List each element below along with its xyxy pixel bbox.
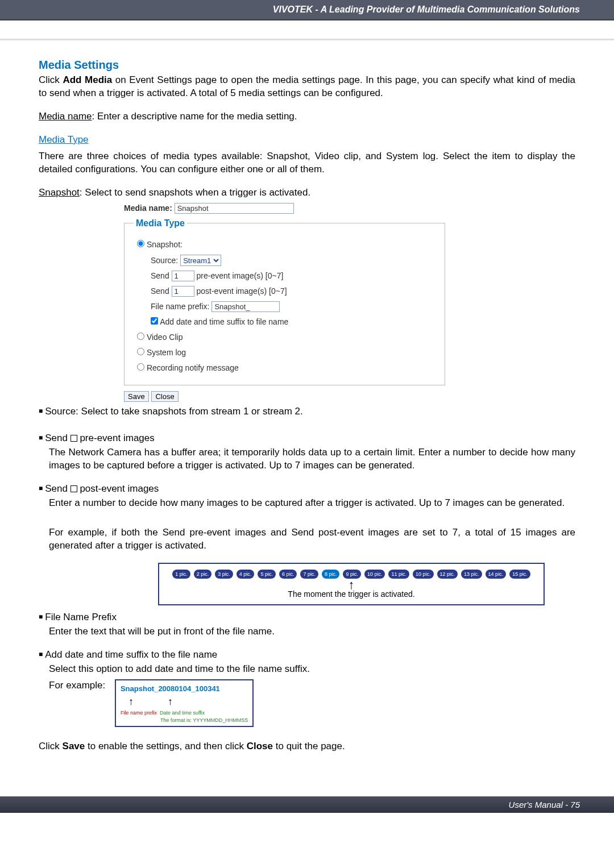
- header-title: VIVOTEK - A Leading Provider of Multimed…: [273, 5, 580, 14]
- image-sequence-diagram: 1 pic.2 pic.3 pic.4 pic.5 pic.6 pic.7 pi…: [158, 563, 545, 605]
- media-name-row: Media name:: [124, 203, 445, 214]
- pic-pill: 2 pic.: [194, 570, 212, 579]
- text: : Select to send snapshots when a trigge…: [80, 187, 310, 198]
- pre-suffix-label: pre-event image(s) [0~7]: [196, 271, 283, 280]
- format-line: The format is: YYYYMMDD_HHMMSS: [160, 717, 248, 724]
- pre-event-row: Send pre-event image(s) [0~7]: [151, 271, 435, 281]
- pic-pill: 10 pic.: [413, 570, 434, 579]
- bullet-post-title: ■Send post-event images: [39, 483, 575, 496]
- text: pre-event images: [77, 433, 155, 443]
- pic-pill: 3 pic.: [215, 570, 233, 579]
- system-log-label: System log: [147, 348, 186, 357]
- pic-pill: 11 pic.: [388, 570, 409, 579]
- system-log-radio-row: System log: [137, 347, 435, 358]
- pic-pill: 12 pic.: [437, 570, 458, 579]
- snapshot-line: Snapshot: Select to send snapshots when …: [39, 186, 575, 200]
- empty-box-icon: [70, 485, 77, 492]
- pic-pill: 7 pic.: [300, 570, 318, 579]
- button-row: Save Close: [124, 390, 575, 403]
- example-filename: Snapshot_20080104_100341: [121, 684, 248, 694]
- recording-notify-radio[interactable]: [137, 363, 144, 371]
- pre-event-input[interactable]: [172, 271, 194, 281]
- page-content: Media Settings Click Add Media on Event …: [0, 40, 614, 769]
- pic-pill: 10 pic.: [364, 570, 385, 579]
- close-button[interactable]: Close: [151, 391, 178, 402]
- pic-pill: 14 pic.: [486, 570, 507, 579]
- media-name-input[interactable]: [175, 203, 294, 214]
- text: to enable the settings, and then click: [85, 741, 246, 751]
- pic-pill: 13 pic.: [461, 570, 482, 579]
- text: on Event Settings page to open the media…: [39, 74, 575, 98]
- add-suffix-row: Add date and time suffix to file name: [151, 317, 435, 327]
- prefix-label: File name prefix:: [151, 302, 209, 311]
- add-suffix-checkbox[interactable]: [151, 317, 158, 325]
- text: Send: [45, 433, 70, 443]
- send-label: Send: [151, 286, 169, 296]
- source-select[interactable]: Stream1: [180, 255, 221, 266]
- bullet-file-prefix-desc: Enter the text that will be put in front…: [49, 625, 575, 638]
- file-prefix-input[interactable]: [211, 301, 280, 312]
- for-example-label: For example:: [49, 680, 105, 691]
- datetime-legend: Date and time suffix: [160, 710, 205, 716]
- pic-pill: 4 pic.: [237, 570, 255, 579]
- empty-box-icon: [70, 435, 77, 442]
- bullet-icon: ■: [39, 407, 43, 415]
- pic-pill: 6 pic.: [279, 570, 297, 579]
- snapshot-label: Snapshot: [39, 187, 80, 198]
- media-form: Media name: Media Type Snapshot: Source:…: [124, 203, 445, 385]
- footer-text: User's Manual - 75: [509, 800, 580, 809]
- text: to quit the page.: [273, 741, 345, 751]
- bullet-icon: ■: [39, 650, 43, 658]
- fieldset-legend: Media Type: [134, 217, 187, 230]
- footer-bar: User's Manual - 75: [0, 796, 614, 813]
- text: post-event images: [77, 483, 159, 494]
- prefix-row: File name prefix:: [151, 301, 435, 312]
- media-type-fieldset: Media Type Snapshot: Source: Stream1 Sen…: [124, 217, 445, 385]
- text: : Enter a descriptive name for the media…: [92, 111, 297, 122]
- bullet-post-desc: Enter a number to decide how many images…: [49, 497, 575, 510]
- section-title: Media Settings: [39, 57, 575, 73]
- video-clip-radio[interactable]: [137, 333, 144, 340]
- media-type-heading: Media Type: [39, 134, 575, 147]
- post-suffix-label: post-event image(s) [0~7]: [196, 286, 287, 296]
- media-name-label: Media name: [39, 111, 92, 122]
- bullet-pre-title: ■Send pre-event images: [39, 432, 575, 445]
- add-suffix-label: Add date and time suffix to file name: [160, 317, 288, 326]
- snapshot-radio-label: Snapshot:: [147, 240, 182, 249]
- filename-example-box: Snapshot_20080104_100341 ↑↑ File name pr…: [115, 679, 254, 727]
- pic-pill: 5 pic.: [258, 570, 276, 579]
- example-labels: File name prefix Date and time suffix: [121, 709, 248, 716]
- bullet-add-suffix-title: ■Add date and time suffix to the file na…: [39, 649, 575, 662]
- media-type-desc: There are three choices of media types a…: [39, 150, 575, 176]
- example-15-desc: For example, if both the Send pre-event …: [49, 526, 575, 553]
- snapshot-radio[interactable]: [137, 240, 144, 247]
- post-event-input[interactable]: [172, 286, 194, 297]
- system-log-radio[interactable]: [137, 348, 144, 355]
- prefix-legend: File name prefix: [121, 710, 157, 716]
- pic-pill: 8 pic.: [322, 570, 340, 579]
- bullet-icon: ■: [39, 484, 43, 492]
- media-name-line: Media name: Enter a descriptive name for…: [39, 110, 575, 123]
- add-media-label: Add Media: [63, 74, 112, 85]
- intro-paragraph: Click Add Media on Event Settings page t…: [39, 74, 575, 100]
- snapshot-radio-row: Snapshot:: [137, 239, 435, 250]
- save-button[interactable]: Save: [124, 391, 149, 402]
- post-event-row: Send post-event image(s) [0~7]: [151, 286, 435, 297]
- media-type-heading-text: Media Type: [39, 134, 89, 145]
- text: File Name Prefix: [45, 612, 117, 622]
- arrow-row: ↑↑: [128, 695, 248, 708]
- source-label: Source:: [151, 256, 178, 265]
- recording-notify-radio-row: Recording notify message: [137, 363, 435, 373]
- text: Click: [39, 74, 63, 85]
- pic-pill: 15 pic.: [509, 570, 530, 579]
- text: Send: [45, 483, 70, 494]
- source-row: Source: Stream1: [151, 255, 435, 266]
- send-label: Send: [151, 271, 169, 280]
- recording-notify-label: Recording notify message: [147, 363, 239, 372]
- bullet-icon: ■: [39, 613, 43, 621]
- bullet-file-prefix-title: ■File Name Prefix: [39, 611, 575, 624]
- diagram-caption: The moment the trigger is activated.: [164, 589, 539, 600]
- media-name-field-label: Media name:: [124, 203, 172, 213]
- text: Add date and time suffix to the file nam…: [45, 649, 217, 660]
- bullet-icon: ■: [39, 434, 43, 442]
